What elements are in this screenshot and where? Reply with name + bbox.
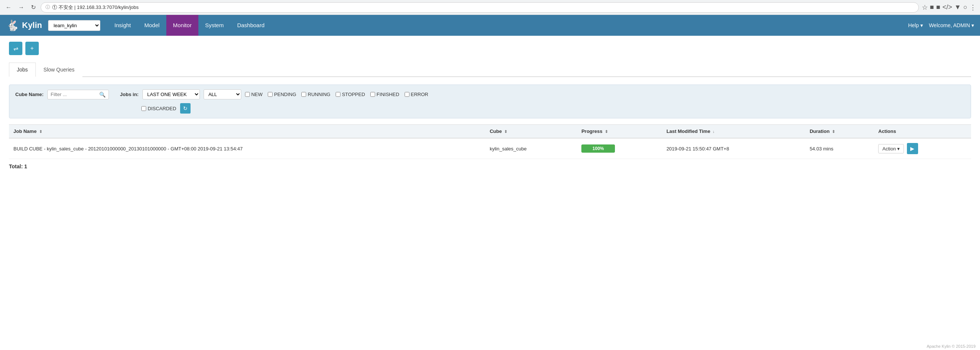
col-progress: Progress ⇕ <box>577 125 662 138</box>
cube-name-input[interactable] <box>51 92 99 97</box>
page-content: ⇌ + Jobs Slow Queries Cube Name: 🔍 Jobs … <box>0 36 980 175</box>
share-button[interactable]: ⇌ <box>9 42 22 55</box>
browser-bar: ← → ↻ ⓘ ① 不安全 | 192.168.33.3:7070/kylin/… <box>0 0 980 15</box>
col-job-name: Job Name ⇕ <box>9 125 485 138</box>
url-text: ① 不安全 | 192.168.33.3:7070/kylin/jobs <box>52 4 139 11</box>
checkbox-running-input[interactable] <box>301 92 306 97</box>
nav-monitor[interactable]: Monitor <box>166 15 198 36</box>
app-logo-text: Kylin <box>22 21 42 30</box>
bookmark-icon[interactable]: ☆ <box>922 3 928 11</box>
tabs: Jobs Slow Queries <box>9 63 971 77</box>
cell-actions: Action ▾ ▶ <box>874 138 971 159</box>
checkbox-discarded-input[interactable] <box>142 106 146 111</box>
col-actions: Actions <box>874 125 971 138</box>
cell-last-modified: 2019-09-21 15:50:47 GMT+8 <box>662 138 805 159</box>
progress-bar: 100% <box>581 144 615 153</box>
table-header: Job Name ⇕ Cube ⇕ Progress ⇕ Last Modifi… <box>9 125 971 138</box>
sort-progress-icon[interactable]: ⇕ <box>605 130 608 134</box>
action-dropdown-button[interactable]: Action ▾ <box>878 144 904 154</box>
nav-model[interactable]: Model <box>138 15 166 36</box>
cell-progress: 100% <box>577 138 662 159</box>
search-icon: 🔍 <box>99 92 105 98</box>
checkbox-finished-input[interactable] <box>370 92 375 97</box>
refresh-button[interactable]: ↻ <box>180 103 191 114</box>
nav-right: Help ▾ Welcome, ADMIN ▾ <box>908 22 974 28</box>
add-button[interactable]: + <box>25 42 39 55</box>
cube-name-label: Cube Name: <box>15 92 44 97</box>
col-duration: Duration ⇕ <box>805 125 874 138</box>
reload-button[interactable]: ↻ <box>29 3 38 11</box>
checkbox-error[interactable]: ERROR <box>405 92 428 97</box>
cell-cube: kylin_sales_cube <box>485 138 577 159</box>
checkbox-pending[interactable]: PENDING <box>268 92 296 97</box>
project-selector[interactable]: learn_kylin <box>48 20 100 31</box>
checkbox-stopped[interactable]: STOPPED <box>336 92 365 97</box>
refresh-icon: ↻ <box>183 105 188 111</box>
plus-icon: + <box>30 45 33 52</box>
tab-jobs[interactable]: Jobs <box>9 63 36 77</box>
col-cube: Cube ⇕ <box>485 125 577 138</box>
filter-row2: DISCARDED ↻ <box>15 103 965 114</box>
nav-links: Insight Model Monitor System Dashboard <box>108 15 908 36</box>
tab-slow-queries[interactable]: Slow Queries <box>36 63 83 77</box>
sort-last-modified-icon[interactable]: ↓ <box>713 130 714 134</box>
nav-dashboard[interactable]: Dashboard <box>231 15 271 36</box>
progress-text: 100% <box>593 146 604 151</box>
info-icon: ▶ <box>910 146 914 152</box>
browser-toolbar: ☆ ■ ■ </> ▼ ○ ⋮ <box>922 3 976 11</box>
address-bar[interactable]: ⓘ ① 不安全 | 192.168.33.3:7070/kylin/jobs <box>41 2 919 13</box>
back-button[interactable]: ← <box>4 3 13 11</box>
help-button[interactable]: Help ▾ <box>908 22 923 28</box>
share-icon: ⇌ <box>13 45 18 52</box>
jobs-in-label: Jobs in: <box>120 92 139 97</box>
security-icon: ⓘ <box>46 4 50 10</box>
user-profile-icon[interactable]: ○ <box>963 3 967 11</box>
sort-duration-icon[interactable]: ⇕ <box>832 130 835 134</box>
sort-cube-icon[interactable]: ⇕ <box>504 130 507 134</box>
filter-bar: Cube Name: 🔍 Jobs in: LAST ONE WEEK LAST… <box>9 84 971 119</box>
extension-icon-1[interactable]: ■ <box>930 3 934 11</box>
checkbox-running[interactable]: RUNNING <box>301 92 330 97</box>
table-body: BUILD CUBE - kylin_sales_cube - 20120101… <box>9 138 971 159</box>
cell-duration: 54.03 mins <box>805 138 874 159</box>
checkbox-new[interactable]: NEW <box>245 92 262 97</box>
checkbox-finished[interactable]: FINISHED <box>370 92 399 97</box>
checkbox-error-input[interactable] <box>405 92 409 97</box>
total-label: Total: 1 <box>9 163 971 169</box>
table-header-row: Job Name ⇕ Cube ⇕ Progress ⇕ Last Modifi… <box>9 125 971 138</box>
top-actions: ⇌ + <box>9 42 971 55</box>
user-menu-button[interactable]: Welcome, ADMIN ▾ <box>929 22 974 28</box>
extension-icon-4[interactable]: ▼ <box>954 3 961 11</box>
checkbox-pending-input[interactable] <box>268 92 273 97</box>
extension-icon-3[interactable]: </> <box>942 3 952 11</box>
app-logo: 🐇 Kylin <box>6 19 42 32</box>
forward-button[interactable]: → <box>16 3 26 11</box>
nav-insight[interactable]: Insight <box>108 15 138 36</box>
type-filter-select[interactable]: ALL BUILD MERGE REFRESH <box>204 89 241 100</box>
app-navbar: 🐇 Kylin learn_kylin Insight Model Monito… <box>0 15 980 36</box>
sort-job-name-icon[interactable]: ⇕ <box>39 130 42 134</box>
menu-icon[interactable]: ⋮ <box>970 3 976 11</box>
table-row: BUILD CUBE - kylin_sales_cube - 20120101… <box>9 138 971 159</box>
col-last-modified: Last Modified Time ↓ <box>662 125 805 138</box>
jobs-table: Job Name ⇕ Cube ⇕ Progress ⇕ Last Modifi… <box>9 124 971 159</box>
cell-job-name: BUILD CUBE - kylin_sales_cube - 20120101… <box>9 138 485 159</box>
status-checkboxes: NEW PENDING RUNNING STOPPED FINISHED <box>245 92 428 97</box>
time-filter-select[interactable]: LAST ONE WEEK LAST ONE DAY LAST ONE MONT… <box>142 89 200 100</box>
checkbox-stopped-input[interactable] <box>336 92 340 97</box>
action-info-button[interactable]: ▶ <box>907 143 918 154</box>
cube-name-filter-wrap: 🔍 <box>47 90 109 100</box>
checkbox-new-input[interactable] <box>245 92 250 97</box>
kylin-logo-icon: 🐇 <box>6 19 19 32</box>
nav-system[interactable]: System <box>198 15 231 36</box>
checkbox-discarded[interactable]: DISCARDED <box>142 106 177 111</box>
extension-icon-2[interactable]: ■ <box>936 3 940 11</box>
